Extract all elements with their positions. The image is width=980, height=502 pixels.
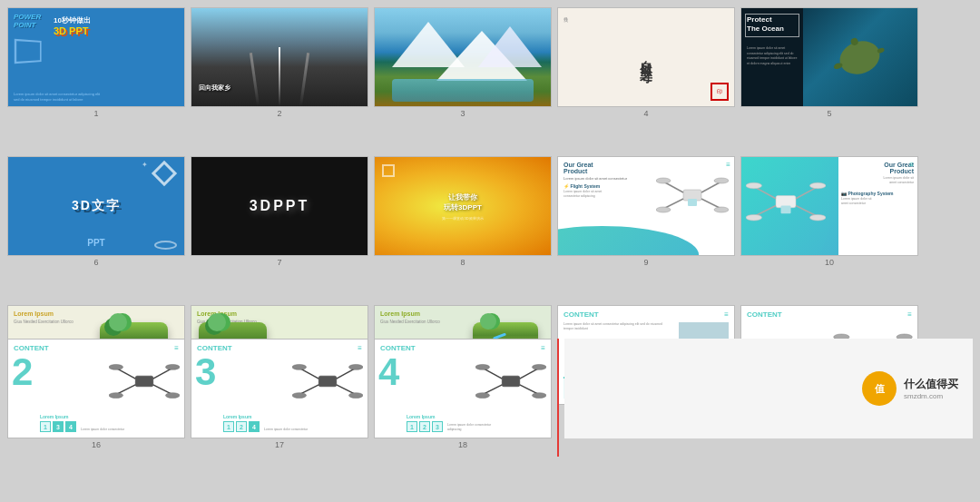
svg-point-56 — [532, 392, 546, 398]
slide-number-1: 1 — [93, 109, 98, 118]
slide-number-18: 18 — [458, 440, 467, 449]
slide-wrapper-5: ProtectThe Ocean Lorem ipsum dolor sit a… — [740, 7, 918, 151]
slide-number-16: 16 — [92, 440, 101, 449]
slide-17[interactable]: CONTENT ≡ 3 Lorem I — [191, 339, 368, 438]
svg-rect-39 — [318, 376, 337, 387]
slide-4[interactable]: 自然之寻 印 我寻 — [557, 7, 735, 107]
slide-number-6: 6 — [93, 258, 98, 267]
svg-point-5 — [656, 178, 671, 183]
svg-rect-48 — [502, 376, 520, 387]
slide-wrapper-9: Our Great Product Lorem ipsum dolor sit … — [557, 156, 735, 300]
svg-rect-9 — [688, 199, 697, 206]
svg-point-44 — [292, 364, 307, 369]
slide-wrapper-1: POWERPOINT 10秒钟做出 3D PPT Lorem ipsum dol… — [7, 7, 185, 151]
slide-wrapper-10: Our Great Product Lorem ipsum dolor sita… — [740, 156, 918, 300]
slide-wrapper-6: 3D文字 PPT ✦ 6 — [7, 156, 185, 300]
slide-number-7: 7 — [277, 258, 281, 267]
svg-point-47 — [348, 392, 363, 398]
slide-number-17: 17 — [275, 440, 284, 449]
slide-2[interactable]: 回向我家乡 — [191, 7, 368, 107]
red-divider-line — [557, 339, 559, 457]
slide-10[interactable]: Our Great Product Lorem ipsum dolor sita… — [740, 156, 918, 256]
slide-wrapper-8: 让我带你 玩转3DPPT 第一一课堂动3D效果演示 8 — [374, 156, 552, 300]
slide-number-5: 5 — [827, 109, 831, 118]
slide-9[interactable]: Our Great Product Lorem ipsum dolor sit … — [557, 156, 735, 256]
svg-point-17 — [746, 214, 762, 221]
slide-6[interactable]: 3D文字 PPT ✦ — [7, 156, 185, 256]
svg-point-36 — [165, 364, 180, 369]
slide-number-8: 8 — [460, 258, 465, 267]
slide-wrapper-17: CONTENT ≡ 3 Lorem I — [191, 339, 368, 449]
slide-7[interactable]: 3DPPT — [191, 156, 368, 256]
slide-number-9: 9 — [643, 258, 648, 267]
slide-number-10: 10 — [825, 258, 834, 267]
watermark-text: 什么值得买 smzdm.com — [904, 377, 958, 400]
svg-point-38 — [165, 392, 180, 398]
svg-point-18 — [809, 214, 826, 221]
svg-point-7 — [656, 207, 671, 212]
svg-point-54 — [532, 364, 546, 369]
svg-point-35 — [109, 364, 123, 369]
svg-rect-19 — [781, 205, 791, 213]
slide-8[interactable]: 让我带你 玩转3DPPT 第一一课堂动3D效果演示 — [374, 156, 552, 256]
svg-point-46 — [292, 392, 307, 398]
svg-point-16 — [809, 182, 826, 189]
slide-18[interactable]: CONTENT ≡ 4 Lorem I — [374, 339, 552, 438]
slide-wrapper-3: 3 — [374, 7, 552, 151]
svg-point-8 — [714, 207, 729, 212]
svg-point-45 — [348, 364, 363, 369]
slide-wrapper-2: 回向我家乡 2 — [191, 7, 368, 151]
svg-rect-30 — [135, 376, 153, 387]
slide-5[interactable]: ProtectThe Ocean Lorem ipsum dolor sit a… — [740, 7, 918, 107]
slide-number-2: 2 — [277, 109, 281, 118]
slide-number-3: 3 — [460, 109, 465, 118]
svg-point-37 — [109, 392, 123, 398]
svg-point-55 — [475, 392, 490, 398]
watermark-icon: 值 — [862, 371, 897, 406]
svg-point-53 — [475, 364, 490, 369]
svg-point-15 — [746, 182, 762, 189]
slide-wrapper-7: 3DPPT 7 — [191, 156, 368, 300]
slide-1[interactable]: POWERPOINT 10秒钟做出 3D PPT Lorem ipsum dol… — [7, 7, 185, 107]
slide-wrapper-4: 自然之寻 印 我寻 4 — [557, 7, 735, 151]
slide-wrapper-16: CONTENT ≡ 2 — [7, 339, 185, 449]
svg-point-6 — [714, 178, 729, 183]
watermark-area: 值 什么值得买 smzdm.com — [564, 339, 973, 438]
slide-wrapper-18: CONTENT ≡ 4 Lorem I — [374, 339, 552, 449]
slide-16[interactable]: CONTENT ≡ 2 — [7, 339, 185, 438]
slide-3[interactable] — [374, 7, 552, 107]
slide-number-4: 4 — [643, 109, 648, 118]
